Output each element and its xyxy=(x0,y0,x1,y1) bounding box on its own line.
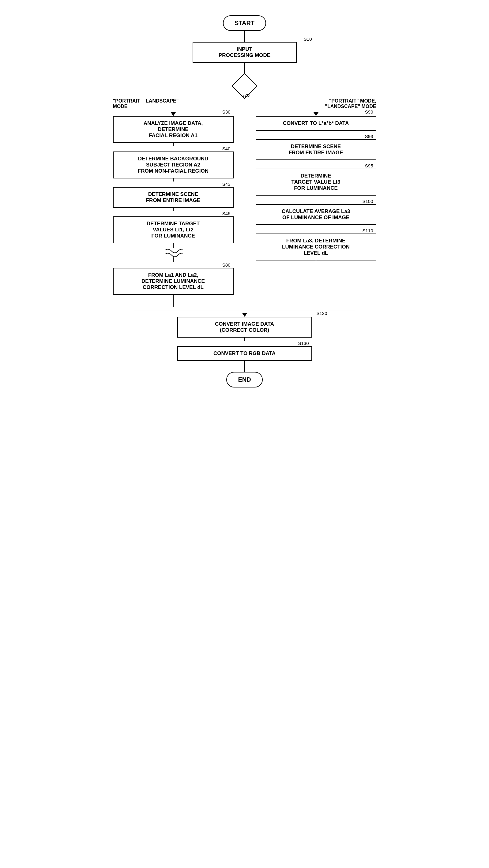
s10-box: INPUTPROCESSING MODE xyxy=(192,42,297,63)
s80-step: S80 xyxy=(222,262,231,268)
s10-label: S10 xyxy=(304,36,312,42)
s40-step: S40 xyxy=(222,146,231,151)
s40-box: DETERMINE BACKGROUNDSUBJECT REGION A2FRO… xyxy=(113,152,234,179)
s95-step: S95 xyxy=(365,163,373,168)
s90-box: CONVERT TO L*a*b* DATA xyxy=(256,116,376,131)
s120-step: S120 xyxy=(316,311,327,316)
s95-box: DETERMINETARGET VALUE Lt3FOR LUMINANCE xyxy=(256,168,376,195)
s130-box: CONVERT TO RGB DATA xyxy=(177,346,312,361)
right-mode-label: "PORTRAIT" MODE,"LANDSCAPE" MODE xyxy=(271,98,376,109)
end-node: END xyxy=(226,372,263,388)
s93-step: S93 xyxy=(365,134,373,139)
s20-label: S20 xyxy=(242,92,250,98)
wavy-line xyxy=(164,248,183,257)
s93-box: DETERMINE SCENEFROM ENTIRE IMAGE xyxy=(256,139,376,160)
flowchart: START S10 INPUTPROCESSING MODE S20 "PORT… xyxy=(107,6,383,397)
s30-step: S30 xyxy=(222,109,231,115)
s110-step: S110 xyxy=(362,228,373,233)
s130-step: S130 xyxy=(298,341,309,346)
left-mode-label: "PORTRAIT + LANDSCAPE"MODE xyxy=(113,98,218,109)
s43-step: S43 xyxy=(222,182,231,187)
start-node: START xyxy=(223,15,266,31)
s80-box: FROM La1 AND La2,DETERMINE LUMINANCECORR… xyxy=(113,268,234,295)
s45-step: S45 xyxy=(222,211,231,216)
s43-box: DETERMINE SCENEFROM ENTIRE IMAGE xyxy=(113,187,234,208)
s110-box: FROM La3, DETERMINELUMINANCE CORRECTIONL… xyxy=(256,234,376,260)
s100-step: S100 xyxy=(362,199,373,204)
s90-step: S90 xyxy=(365,109,373,115)
s120-box: CONVERT IMAGE DATA(CORRECT COLOR) xyxy=(177,317,312,338)
s100-box: CALCULATE AVERAGE La3OF LUMINANCE OF IMA… xyxy=(256,204,376,225)
s45-box: DETERMINE TARGETVALUES Lt1, Lt2FOR LUMIN… xyxy=(113,216,234,243)
s30-box: ANALYZE IMAGE DATA,DETERMINEFACIAL REGIO… xyxy=(113,116,234,143)
